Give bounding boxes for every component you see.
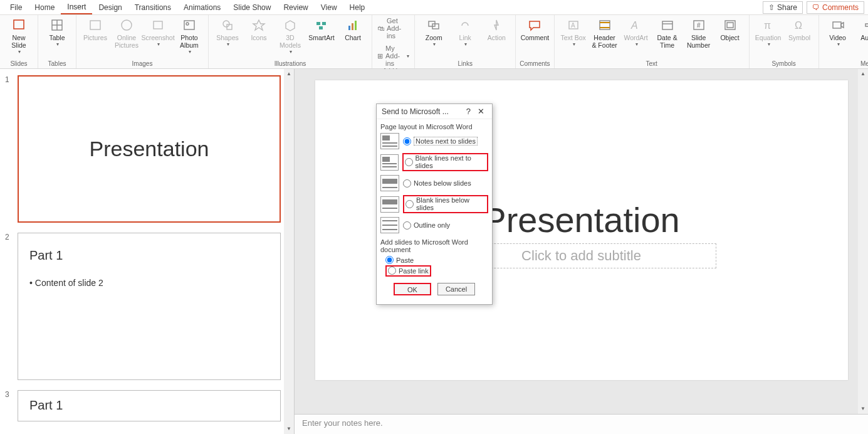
radio-input[interactable]	[403, 179, 411, 188]
header-footer-button[interactable]: Header & Footer	[590, 16, 620, 50]
video-button[interactable]: Video	[823, 16, 853, 48]
tab-view[interactable]: View	[315, 1, 343, 14]
radio-paste[interactable]: Paste	[385, 256, 488, 264]
radio-label: Paste link	[399, 267, 429, 275]
group-symbols-label: Symbols	[771, 60, 795, 68]
radio-input[interactable]	[385, 256, 394, 264]
scroll-down-icon[interactable]: ▼	[858, 404, 868, 414]
editor-scrollbar[interactable]: ▲ ▼	[858, 69, 868, 414]
group-comments: Comment Comments	[516, 15, 554, 68]
scroll-up-icon[interactable]: ▲	[858, 69, 868, 79]
comment-icon: 🗨	[812, 3, 820, 12]
thumbnail-slide-1[interactable]: Presentation	[18, 75, 281, 223]
thumb-number: 3	[5, 390, 13, 421]
radio-blank-below[interactable]: Blank lines below slides	[403, 195, 488, 213]
tab-file[interactable]: File	[4, 1, 28, 14]
header-footer-label: Header & Footer	[591, 34, 619, 49]
table-button[interactable]: Table	[42, 16, 72, 48]
slide-number-button[interactable]: #Slide Number	[684, 16, 714, 50]
scroll-up-icon[interactable]: ▲	[284, 69, 294, 79]
radio-notes-next[interactable]: Notes next to slides	[403, 137, 478, 146]
radio-paste-link[interactable]: Paste link	[385, 265, 431, 277]
layout-thumb-icon	[380, 133, 399, 149]
tab-insert[interactable]: Insert	[61, 1, 92, 14]
symbol-button[interactable]: ΩSymbol	[785, 16, 815, 43]
link-button[interactable]: Link	[450, 16, 480, 48]
pictures-icon	[88, 18, 103, 33]
photo-album-button[interactable]: Photo Album	[174, 16, 204, 56]
radio-input[interactable]	[405, 158, 413, 166]
svg-marker-36	[841, 23, 844, 28]
addin-icon: ⊞	[377, 51, 383, 60]
chart-icon	[345, 18, 360, 33]
svg-text:Ω: Ω	[795, 20, 802, 31]
svg-text:π: π	[764, 20, 771, 31]
radio-outline[interactable]: Outline only	[403, 221, 450, 230]
layout-thumb-icon	[380, 196, 399, 213]
online-pictures-button[interactable]: Online Pictures	[112, 16, 142, 50]
thumbnail-panel[interactable]: 1 Presentation 2 Part 1 • Content of sli…	[0, 69, 295, 434]
radio-notes-below[interactable]: Notes below slides	[403, 179, 471, 188]
tab-design[interactable]: Design	[92, 1, 128, 14]
chart-button[interactable]: Chart	[338, 16, 368, 43]
thumb-scrollbar[interactable]: ▲ ▼	[284, 69, 294, 434]
layout-thumb-icon	[380, 217, 399, 233]
notes-pane[interactable]: Enter your notes here.	[295, 414, 868, 434]
textbox-button[interactable]: AText Box	[558, 16, 588, 48]
wordart-button[interactable]: AWordArt	[621, 16, 651, 48]
option-notes-next: Notes next to slides	[380, 133, 488, 149]
zoom-button[interactable]: Zoom	[419, 16, 449, 48]
group-media: Video Audio Screen Recording Media	[819, 15, 868, 68]
pictures-button[interactable]: Pictures	[80, 16, 110, 43]
photo-album-icon	[182, 18, 197, 33]
tab-transitions[interactable]: Transitions	[128, 1, 177, 14]
icons-button[interactable]: Icons	[244, 16, 274, 43]
audio-button[interactable]: Audio	[854, 16, 868, 48]
get-addins-button[interactable]: 🛍Get Add-ins	[376, 16, 410, 40]
my-addins-button[interactable]: ⊞My Add-ins	[376, 44, 410, 68]
dialog-title: Send to Microsoft ...	[382, 107, 449, 116]
radio-input[interactable]	[403, 137, 411, 146]
tab-animations[interactable]: Animations	[177, 1, 227, 14]
comments-button[interactable]: 🗨Comments	[807, 1, 864, 14]
thumbnail-slide-2[interactable]: Part 1 • Content of slide 2	[18, 233, 281, 380]
dialog-section-paste: Add slides to Microsoft Word document	[380, 238, 488, 253]
models-label: 3D Models	[276, 34, 304, 49]
screenshot-button[interactable]: Screenshot	[143, 16, 173, 48]
tab-review[interactable]: Review	[277, 1, 314, 14]
tab-home[interactable]: Home	[28, 1, 61, 14]
smartart-button[interactable]: SmartArt	[306, 16, 337, 43]
group-links: Zoom Link Action Links	[415, 15, 516, 68]
ok-button[interactable]: OK	[394, 283, 431, 295]
cancel-button[interactable]: Cancel	[437, 283, 475, 295]
radio-label: Notes below slides	[414, 179, 471, 187]
radio-input[interactable]	[405, 200, 414, 208]
zoom-icon	[426, 18, 441, 33]
slide-title[interactable]: Presentation	[483, 199, 679, 240]
models-icon	[283, 18, 298, 33]
radio-input[interactable]	[388, 267, 396, 275]
new-slide-button[interactable]: New Slide	[4, 16, 34, 56]
dialog-help-button[interactable]: ?	[464, 107, 473, 116]
radio-blank-next[interactable]: Blank lines next to slides	[402, 153, 488, 171]
comment-button[interactable]: Comment	[520, 16, 550, 43]
svg-rect-17	[355, 21, 357, 30]
dialog-close-button[interactable]: ✕	[475, 107, 487, 116]
shapes-button[interactable]: Shapes	[212, 16, 243, 48]
tab-slideshow[interactable]: Slide Show	[227, 1, 277, 14]
models-button[interactable]: 3D Models	[275, 16, 305, 56]
comments-label: Comments	[822, 3, 859, 12]
radio-label: Paste	[396, 257, 414, 264]
date-time-button[interactable]: Date & Time	[652, 16, 682, 50]
object-button[interactable]: Object	[715, 16, 745, 43]
thumbnail-slide-3[interactable]: Part 1	[18, 390, 281, 421]
tab-help[interactable]: Help	[343, 1, 372, 14]
textbox-icon: A	[566, 18, 581, 33]
dialog-body: Page layout in Microsoft Word Notes next…	[377, 119, 492, 304]
share-button[interactable]: ⇧Share	[763, 1, 803, 14]
radio-label: Blank lines next to slides	[416, 154, 486, 169]
equation-button[interactable]: πEquation	[753, 16, 783, 48]
scroll-down-icon[interactable]: ▼	[284, 424, 294, 434]
action-button[interactable]: Action	[481, 16, 511, 43]
radio-input[interactable]	[403, 221, 411, 230]
